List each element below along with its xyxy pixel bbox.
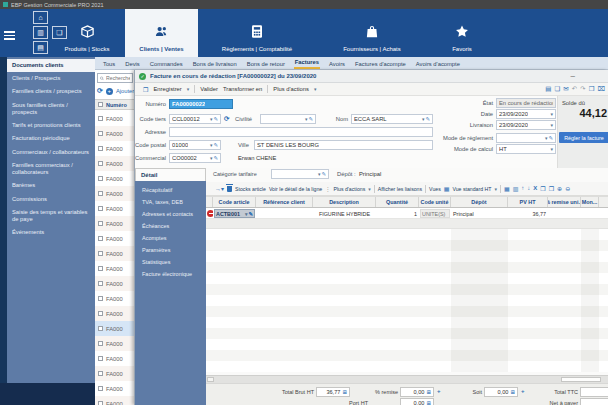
row-checkbox[interactable]	[98, 371, 103, 376]
column-header[interactable]: Code unité	[419, 197, 451, 207]
row-checkbox[interactable]	[98, 281, 103, 286]
list-item[interactable]: FA000	[95, 306, 134, 321]
copy-icon[interactable]: ❐	[589, 85, 595, 93]
row-checkbox[interactable]	[98, 161, 103, 166]
print-icon[interactable]: ▤	[33, 41, 48, 54]
row-checkbox[interactable]	[98, 221, 103, 226]
ville-field[interactable]: ST DENIS LES BOURG	[254, 140, 433, 150]
preview-icon[interactable]: ❏	[554, 85, 560, 93]
edit-icon[interactable]: ✎	[425, 116, 430, 122]
delete-line-icon[interactable]	[227, 186, 232, 192]
chevron-down-icon[interactable]: ▾	[187, 86, 190, 92]
chevron-down-icon[interactable]: ▾	[545, 135, 548, 141]
scrollbar-left-button[interactable]	[207, 377, 214, 382]
list-item[interactable]: FA000	[95, 126, 134, 141]
list-item[interactable]: FA000	[95, 201, 134, 216]
list-item[interactable]: FA000	[95, 381, 134, 396]
list-item[interactable]: FA000	[95, 231, 134, 246]
search-input[interactable]	[106, 75, 130, 81]
show-links-button[interactable]: Afficher les liaisons	[378, 186, 422, 192]
list-item[interactable]: FA000	[95, 186, 134, 201]
row-checkbox[interactable]	[98, 116, 103, 121]
tab-avoirs-d-acompte[interactable]: Avoirs d'acompte	[415, 59, 461, 69]
list-item[interactable]: FA000	[95, 366, 134, 381]
detail-tab-r-capitulatif[interactable]: Récapitulatif	[135, 184, 206, 196]
sidebar-item-saisie-des-temps-et-variables-[interactable]: Saisie des temps et variables de paye	[7, 206, 95, 226]
list-item[interactable]: FA000	[95, 216, 134, 231]
list-item[interactable]: FA000	[95, 141, 134, 156]
detail-tab-active[interactable]: Détail	[135, 168, 206, 181]
chevron-down-icon[interactable]: ▾	[210, 155, 213, 161]
scrollbar-thumb[interactable]	[561, 377, 601, 382]
detail-tab-statistiques[interactable]: Statistiques	[135, 256, 206, 268]
column-header[interactable]: Description	[313, 197, 376, 207]
chevron-down-icon[interactable]: ▾	[550, 146, 553, 152]
list-item[interactable]: FA000	[95, 111, 134, 126]
chevron-down-icon[interactable]: ▾	[494, 186, 497, 192]
mode-reglement-field[interactable]: ▾✎	[496, 133, 556, 143]
list-item[interactable]: FA000	[95, 291, 134, 306]
chevron-down-icon[interactable]: ▾	[550, 111, 553, 117]
grid-empty-row[interactable]	[206, 328, 608, 339]
detail-tab-acomptes[interactable]: Acomptes	[135, 232, 206, 244]
grid-small-icon[interactable]: ⊞	[342, 389, 347, 395]
move-up-icon[interactable]: ↑	[521, 185, 524, 192]
refresh-icon[interactable]: ⟳	[97, 87, 103, 95]
mode-calcul-field[interactable]: HT▾	[496, 144, 556, 154]
civilite-field[interactable]: ▾✎	[260, 114, 316, 124]
date-field[interactable]: 23/09/2020▾	[496, 109, 556, 119]
row-checkbox[interactable]	[98, 131, 103, 136]
chevron-down-icon[interactable]: ▾	[245, 211, 248, 217]
tab-avoirs[interactable]: Avoirs	[328, 59, 346, 69]
list-item[interactable]: FA000	[95, 261, 134, 276]
redo-icon[interactable]: ↷	[580, 85, 585, 93]
save-button[interactable]: Enregistrer	[153, 86, 181, 92]
mail-icon[interactable]: ✉	[563, 85, 568, 93]
remise-stepper[interactable]: +	[437, 388, 441, 394]
sidebar-item-bar-mes[interactable]: Barèmes	[7, 179, 95, 192]
paste-line-icon[interactable]: ❒	[549, 185, 554, 192]
column-header[interactable]: Dépôt	[451, 197, 508, 207]
nav-module-clients[interactable]: Clients | Ventes	[125, 9, 198, 57]
depot-cell[interactable]: Principal	[451, 208, 508, 219]
copy-line-icon[interactable]: ❐	[540, 185, 545, 192]
row-checkbox[interactable]	[98, 251, 103, 256]
row-checkbox[interactable]	[98, 296, 103, 301]
menu-icon[interactable]	[4, 29, 15, 42]
edit-icon[interactable]: ✎	[213, 116, 218, 122]
stocks-article-button[interactable]: Stocks article	[235, 186, 266, 192]
row-checkbox[interactable]	[98, 191, 103, 196]
detail-tab-facture-lectronique[interactable]: Facture électronique	[135, 268, 206, 280]
description-cell[interactable]: FIGURINE HYBRIDE	[313, 208, 376, 219]
chevron-down-icon[interactable]: ▾	[210, 142, 213, 148]
tab-devis[interactable]: Devis	[124, 59, 141, 69]
detail-tab-adresses-et-contacts[interactable]: Adresses et contacts	[135, 208, 206, 220]
row-checkbox[interactable]	[98, 386, 103, 391]
grid-small-icon[interactable]: ⊞	[426, 400, 431, 405]
column-header[interactable]: PV HT	[508, 197, 548, 207]
chevron-down-icon[interactable]: ▾	[314, 86, 317, 92]
edit-icon[interactable]: ✎	[213, 155, 218, 161]
row-checkbox[interactable]	[98, 326, 103, 331]
code-article-cell[interactable]: ACTB001▾✎	[214, 209, 255, 218]
list-item[interactable]: FA000	[95, 351, 134, 366]
soit-field[interactable]: 0,00⊞	[484, 387, 518, 397]
column-header[interactable]: % remise uni...	[548, 197, 581, 207]
tab-bons-de-livraison[interactable]: Bons de livraison	[192, 59, 238, 69]
grid-small-icon[interactable]: ⊞	[510, 389, 515, 395]
sidebar-item-sous-familles-clients-prospect[interactable]: Sous familles clients / prospects	[7, 99, 95, 119]
row-checkbox[interactable]	[98, 356, 103, 361]
row-checkbox[interactable]	[98, 236, 103, 241]
chevron-down-icon[interactable]: ▾	[422, 116, 425, 122]
home-icon[interactable]: ⌂	[33, 11, 48, 24]
sidebar-item-tarifs-et-promotions-clients[interactable]: Tarifs et promotions clients	[7, 119, 95, 132]
row-checkbox[interactable]	[98, 146, 103, 151]
edit-icon[interactable]: ✎	[548, 135, 553, 141]
add-icon[interactable]: +	[106, 88, 113, 95]
quantite-cell[interactable]: 1	[376, 208, 419, 219]
sidebar-item-commerciaux-collaborateurs[interactable]: Commerciaux / collaborateurs	[7, 146, 95, 159]
grid-empty-row[interactable]	[206, 295, 608, 306]
grid-empty-row[interactable]	[206, 361, 608, 372]
grid-empty-row[interactable]	[206, 251, 608, 262]
zoom-in-icon[interactable]: ⊕	[557, 185, 562, 192]
